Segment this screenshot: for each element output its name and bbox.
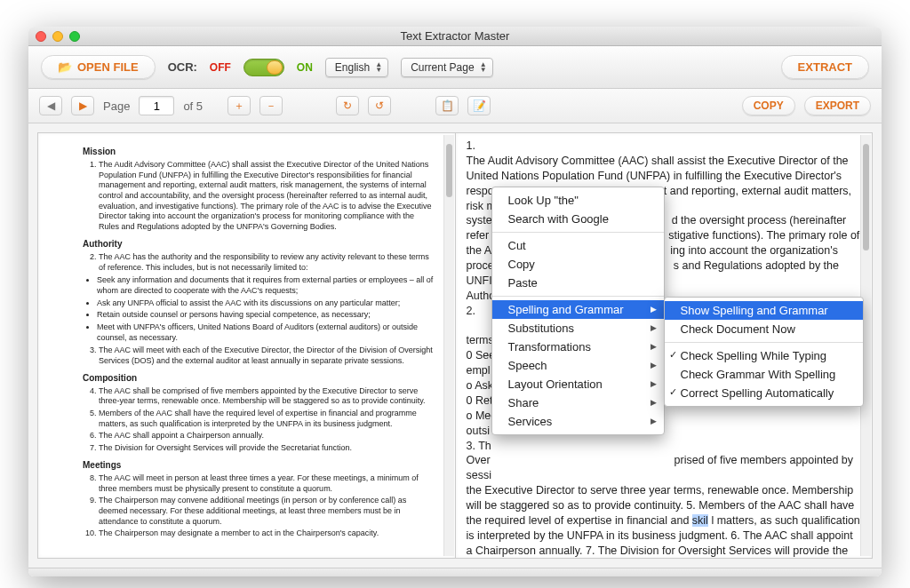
export-button[interactable]: EXPORT xyxy=(804,96,871,115)
ocr-on-label: ON xyxy=(297,61,313,74)
text-frag: empl xyxy=(467,364,491,377)
note-button[interactable]: 📝 xyxy=(467,96,491,115)
authority-bullet: Retain outside counsel or persons having… xyxy=(97,310,435,321)
text-frag: refer xyxy=(467,229,490,242)
menu-layout-orientation[interactable]: Layout Orientation xyxy=(492,375,664,393)
authority-item-3: The AAC will meet with each of the Execu… xyxy=(99,346,435,366)
menu-substitutions[interactable]: Substitutions xyxy=(492,319,664,338)
scope-select[interactable]: Current Page ▲▼ xyxy=(401,58,492,77)
authority-item-2: The AAC has the authority and the respon… xyxy=(99,252,435,273)
ocr-toggle[interactable] xyxy=(243,59,284,76)
text-line: d the oversight process (hereinafter xyxy=(672,214,847,226)
select-arrows-icon: ▲▼ xyxy=(375,62,382,73)
highlighted-word[interactable]: skil xyxy=(692,514,708,527)
titlebar: Text Extractor Master xyxy=(28,27,882,46)
authority-bullet: Ask any UNFPA official to assist the AAC… xyxy=(97,298,435,309)
text-frag: sessi xyxy=(467,469,491,481)
scroll-thumb[interactable] xyxy=(446,144,452,197)
select-arrows-icon: ▲▼ xyxy=(480,62,487,73)
menu-share[interactable]: Share xyxy=(492,393,664,412)
composition-item: The AAC shall appoint a Chairperson annu… xyxy=(99,431,435,441)
text-frag: UNFI xyxy=(467,274,492,287)
remove-page-button[interactable]: － xyxy=(259,96,283,115)
submenu-check-grammar[interactable]: Check Grammar With Spelling xyxy=(665,365,863,384)
text-frag: 0 Ret xyxy=(467,394,493,407)
submenu-check-while-typing[interactable]: Check Spelling While Typing xyxy=(665,346,863,365)
clipboard-button[interactable]: 📋 xyxy=(435,96,459,115)
spelling-submenu[interactable]: Show Spelling and Grammar Check Document… xyxy=(664,297,864,407)
composition-item: The Division for Oversight Services will… xyxy=(99,443,435,454)
meetings-item: The AAC will meet in person at least thr… xyxy=(99,473,435,494)
page-toolbar: ◀ ▶ Page of 5 ＋ － ↻ ↺ 📋 📝 COPY EXPORT xyxy=(28,89,882,123)
heading-composition: Composition xyxy=(83,372,435,384)
prev-page-button[interactable]: ◀ xyxy=(39,96,62,115)
meetings-item: The Chairperson may designate a member t… xyxy=(99,528,435,539)
context-menu[interactable]: Look Up "the" Search with Google Cut Cop… xyxy=(491,187,665,435)
menu-copy[interactable]: Copy xyxy=(492,255,664,274)
meetings-item: The Chairperson may convene additional m… xyxy=(99,496,435,527)
copy-button[interactable]: COPY xyxy=(742,96,795,115)
menu-speech[interactable]: Speech xyxy=(492,356,664,375)
text-line: 2. xyxy=(467,305,475,317)
heading-mission: Mission xyxy=(83,146,435,157)
menu-services[interactable]: Services xyxy=(492,412,664,431)
ocr-label: OCR: xyxy=(168,60,197,74)
text-frag: the A xyxy=(467,244,491,257)
rotate-cw-button[interactable]: ↻ xyxy=(336,96,359,115)
authority-bullet: Seek any information and documents that … xyxy=(97,275,435,296)
folder-icon: 📂 xyxy=(58,60,72,74)
composition-item: Members of the AAC shall have the requir… xyxy=(99,409,435,429)
authority-bullet: Meet with UNFPA's officers, United Natio… xyxy=(97,322,435,343)
menu-search-google[interactable]: Search with Google xyxy=(492,210,664,228)
menu-transformations[interactable]: Transformations xyxy=(492,338,664,356)
app-window: Text Extractor Master 📂 OPEN FILE OCR: O… xyxy=(28,27,882,576)
rotate-ccw-button[interactable]: ↺ xyxy=(368,96,391,115)
scrollbar[interactable] xyxy=(443,135,454,556)
source-pane: Mission The Audit Advisory Committee (AA… xyxy=(37,132,456,559)
menu-spelling-grammar[interactable]: Spelling and Grammar Show Spelling and G… xyxy=(492,300,664,319)
ocr-off-label: OFF xyxy=(210,61,231,74)
menu-lookup[interactable]: Look Up "the" xyxy=(492,191,664,210)
text-line: prised of five members appointed by xyxy=(675,454,854,466)
text-line: 1. xyxy=(467,139,475,152)
page-count-label: of 5 xyxy=(183,99,203,113)
submenu-correct-auto[interactable]: Correct Spelling Automatically xyxy=(665,384,863,402)
text-frag: 3. Th xyxy=(467,440,491,452)
window-footer xyxy=(28,568,882,576)
source-document: Mission The Audit Advisory Committee (AA… xyxy=(38,133,455,558)
text-frag: the Executive Director to serve three xyxy=(467,484,646,497)
text-frag: outsi xyxy=(467,425,490,437)
text-line: stigative functions). The primary role o… xyxy=(668,229,859,242)
submenu-show-spelling[interactable]: Show Spelling and Grammar xyxy=(665,301,863,320)
add-page-button[interactable]: ＋ xyxy=(228,96,251,115)
text-frag: Over xyxy=(467,454,491,466)
submenu-check-now[interactable]: Check Document Now xyxy=(665,320,863,338)
mission-item-1: The Audit Advisory Committee (AAC) shall… xyxy=(99,160,435,233)
heading-meetings: Meetings xyxy=(83,459,435,471)
next-page-button[interactable]: ▶ xyxy=(71,96,94,115)
text-line: ing into account the organization's xyxy=(670,244,838,257)
content-area: Mission The Audit Advisory Committee (AA… xyxy=(28,123,882,568)
text-frag: o Ask xyxy=(467,379,494,392)
heading-authority: Authority xyxy=(83,238,435,250)
window-title: Text Extractor Master xyxy=(28,29,882,43)
text-line: s and Regulations adopted by the xyxy=(674,259,839,272)
page-label: Page xyxy=(103,99,130,113)
text-frag: syste xyxy=(467,214,492,226)
language-select[interactable]: English ▲▼ xyxy=(325,58,388,77)
composition-item: The AAC shall be comprised of five membe… xyxy=(99,386,435,407)
toggle-knob-icon xyxy=(267,60,283,75)
text-frag: proce xyxy=(467,259,494,272)
open-file-button[interactable]: 📂 OPEN FILE xyxy=(41,55,156,79)
top-toolbar: 📂 OPEN FILE OCR: OFF ON English ▲▼ Curre… xyxy=(28,46,882,89)
menu-paste[interactable]: Paste xyxy=(492,274,664,292)
extracted-text-pane: 1. The Audit Advisory Committee (AAC) sh… xyxy=(456,132,874,559)
menu-cut[interactable]: Cut xyxy=(492,236,664,255)
text-frag: terms xyxy=(467,334,494,346)
extract-button[interactable]: EXTRACT xyxy=(781,55,869,79)
page-input[interactable] xyxy=(139,96,174,115)
scroll-thumb[interactable] xyxy=(863,144,869,250)
